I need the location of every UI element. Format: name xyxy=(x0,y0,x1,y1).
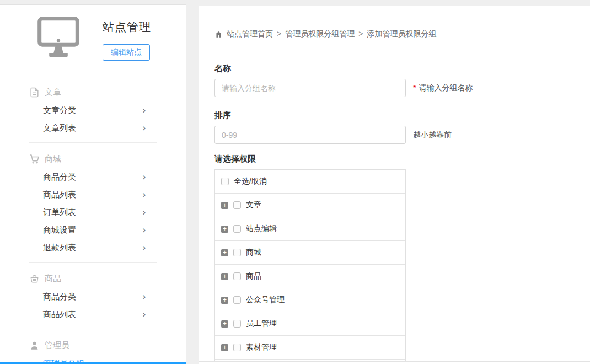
site-head-divider xyxy=(29,76,157,76)
breadcrumb-part[interactable]: 站点管理首页 xyxy=(227,29,273,38)
permission-label: 素材管理 xyxy=(246,342,277,352)
required-asterisk: * xyxy=(413,83,416,92)
nav-section-label: 文章 xyxy=(45,87,61,98)
sidebar-item[interactable]: 订单列表› xyxy=(0,204,186,221)
section-divider xyxy=(29,329,157,329)
sidebar-item[interactable]: 管理员分组› xyxy=(0,355,186,362)
sort-hint: 越小越靠前 xyxy=(413,130,452,140)
breadcrumb-part[interactable]: 添加管理员权限分组 xyxy=(367,29,436,38)
sidebar-item-label: 文章列表 xyxy=(43,123,76,133)
chevron-right-icon: › xyxy=(142,123,146,133)
sidebar-item[interactable]: 商品分类› xyxy=(0,288,186,306)
name-input[interactable] xyxy=(214,79,406,97)
permission-checkbox[interactable] xyxy=(233,272,241,280)
sidebar-item-label: 管理员分组 xyxy=(43,358,84,363)
chevron-right-icon: › xyxy=(142,207,146,217)
chevron-right-icon: › xyxy=(142,309,146,319)
permission-row: +公众号管理 xyxy=(215,288,405,312)
permission-label: 全选/取消 xyxy=(234,176,267,186)
name-hint-text: 请输入分组名称 xyxy=(419,83,473,92)
permission-row: +商城 xyxy=(215,241,405,265)
permission-checkbox[interactable] xyxy=(233,320,241,328)
expand-plus-icon[interactable]: + xyxy=(221,297,228,304)
sidebar-item[interactable]: 退款列表› xyxy=(0,239,186,256)
breadcrumb-separator: > xyxy=(358,29,363,38)
permission-checkbox[interactable] xyxy=(233,344,241,351)
expand-plus-icon[interactable]: + xyxy=(221,320,228,328)
sidebar-item[interactable]: 文章列表› xyxy=(0,119,186,137)
breadcrumb-parts: 站点管理首页>管理员权限分组管理>添加管理员权限分组 xyxy=(227,29,436,39)
sort-input[interactable] xyxy=(214,126,406,144)
expand-plus-icon[interactable]: + xyxy=(221,273,228,280)
chevron-right-icon: › xyxy=(142,225,146,235)
sidebar-item-label: 商城设置 xyxy=(43,225,76,235)
chevron-right-icon: › xyxy=(142,172,146,182)
nav-section-header: 商城 xyxy=(0,149,186,168)
permission-checkbox[interactable] xyxy=(233,296,241,304)
permission-label: 员工管理 xyxy=(246,319,277,329)
chevron-right-icon: › xyxy=(142,243,146,253)
cart-icon xyxy=(29,154,40,164)
chevron-right-icon: › xyxy=(142,105,146,115)
sidebar-item-label: 订单列表 xyxy=(43,207,76,218)
monitor-icon xyxy=(35,16,82,59)
sidebar-item-label: 退款列表 xyxy=(43,243,76,253)
site-title: 站点管理 xyxy=(103,19,151,35)
chevron-right-icon: › xyxy=(142,292,146,302)
nav-section-label: 管理员 xyxy=(45,340,69,351)
sort-label: 排序 xyxy=(214,110,590,121)
permission-row: +员工管理 xyxy=(215,312,405,336)
page: { "colors": { "accent": "#1e9fff", "butt… xyxy=(0,0,590,364)
breadcrumb-part[interactable]: 管理员权限分组管理 xyxy=(285,29,355,38)
section-divider xyxy=(29,142,157,143)
name-label: 名称 xyxy=(214,63,590,74)
main-panel: 站点管理首页>管理员权限分组管理>添加管理员权限分组 名称 *请输入分组名称 排… xyxy=(199,6,590,362)
permission-row: +商品 xyxy=(215,265,405,288)
breadcrumb-separator: > xyxy=(277,29,281,38)
basket-icon xyxy=(29,274,40,284)
sidebar-item[interactable]: 商品分类› xyxy=(0,168,186,186)
permission-row: 全选/取消 xyxy=(215,170,405,194)
sidebar-item-label: 商品列表 xyxy=(43,190,76,200)
permission-checkbox[interactable] xyxy=(221,178,229,185)
permission-label: 商城 xyxy=(246,248,261,258)
nav-section-header: 文章 xyxy=(0,83,186,101)
chevron-right-icon: › xyxy=(142,190,146,200)
permission-row: +素材管理 xyxy=(215,336,405,360)
below-main-strip xyxy=(199,362,590,364)
permission-label: 文章 xyxy=(246,200,261,210)
edit-site-button[interactable]: 编辑站点 xyxy=(103,44,150,61)
permission-label: 商品 xyxy=(246,271,261,281)
sidebar-item[interactable]: 文章分类› xyxy=(0,101,186,119)
sidebar-item[interactable]: 商品列表› xyxy=(0,186,186,204)
expand-plus-icon[interactable]: + xyxy=(221,202,228,209)
permission-checkbox[interactable] xyxy=(233,225,241,233)
name-hint: *请输入分组名称 xyxy=(413,83,473,93)
nav-section-label: 商品 xyxy=(45,274,61,284)
nav-section-header: 管理员 xyxy=(0,336,186,355)
sidebar-item[interactable]: 商城设置› xyxy=(0,221,186,239)
user-icon xyxy=(29,340,40,351)
chevron-right-icon: › xyxy=(142,358,146,362)
permission-row: +站点编辑 xyxy=(215,217,405,241)
sort-field-row: 越小越靠前 xyxy=(214,126,590,144)
sort-hint-text: 越小越靠前 xyxy=(413,130,452,139)
expand-plus-icon[interactable]: + xyxy=(221,344,228,351)
permission-label: 站点编辑 xyxy=(246,224,277,234)
sidebar-item-label: 商品分类 xyxy=(43,172,76,183)
permission-checkbox[interactable] xyxy=(233,249,241,256)
nav-section-header: 商品 xyxy=(0,269,186,288)
permission-label: 公众号管理 xyxy=(246,295,285,305)
expand-plus-icon[interactable]: + xyxy=(221,249,228,256)
permissions-table: 全选/取消+文章+站点编辑+商城+商品+公众号管理+员工管理+素材管理+小程序管… xyxy=(214,169,406,362)
nav-section-label: 商城 xyxy=(45,154,61,164)
name-field-row: *请输入分组名称 xyxy=(214,79,590,97)
breadcrumb: 站点管理首页>管理员权限分组管理>添加管理员权限分组 xyxy=(214,29,590,39)
permission-checkbox[interactable] xyxy=(233,201,241,209)
sidebar-item-label: 商品列表 xyxy=(43,309,76,320)
sidebar-item-label: 商品分类 xyxy=(43,292,76,302)
sidebar-item[interactable]: 商品列表› xyxy=(0,306,186,323)
home-icon[interactable] xyxy=(214,30,223,39)
expand-plus-icon[interactable]: + xyxy=(221,226,228,233)
sidebar-nav: 文章文章分类›文章列表›商城商品分类›商品列表›订单列表›商城设置›退款列表›商… xyxy=(0,83,186,362)
